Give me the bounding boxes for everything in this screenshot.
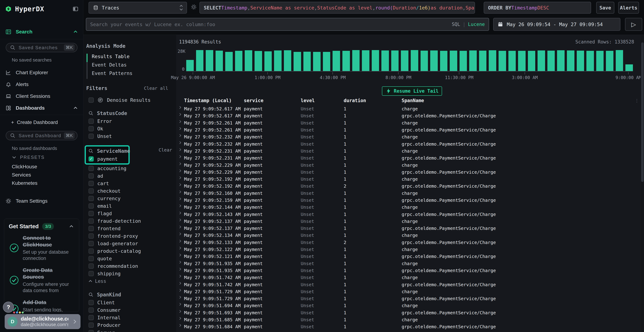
filter-item-flagd[interactable]: flagd: [83, 210, 176, 217]
date-range-picker[interactable]: May 26 09:09:54 - May 27 09:09:54: [493, 18, 620, 31]
checkbox[interactable]: [88, 241, 94, 246]
table-row[interactable]: May 27 9:09:51.685 AMpaymentUnset1charge: [176, 316, 641, 323]
checkbox[interactable]: [88, 181, 94, 186]
col-service[interactable]: service: [244, 98, 301, 105]
table-row[interactable]: May 27 9:09:51.935 AMpaymentUnset1grpc.o…: [176, 267, 641, 274]
filter-item-load-generator[interactable]: load-generator: [83, 240, 176, 247]
table-row[interactable]: May 27 9:09:52.232 AMpaymentUnset1grpc.o…: [176, 140, 641, 148]
col-duration[interactable]: duration: [344, 98, 402, 105]
checkbox[interactable]: [88, 196, 94, 201]
source-select[interactable]: Traces: [88, 2, 187, 14]
checkbox[interactable]: [88, 264, 94, 269]
resume-live-tail-button[interactable]: Resume Live Tail: [382, 86, 442, 96]
create-dashboard-button[interactable]: + Create Dashboard: [11, 118, 58, 127]
checkbox[interactable]: [88, 173, 94, 178]
help-button[interactable]: ?: [3, 302, 14, 313]
search-input[interactable]: Search your events w/ Lucene ex. column:…: [86, 18, 489, 31]
mode-lucene-toggle[interactable]: Lucene: [468, 22, 485, 27]
mode-results-table[interactable]: Results Table: [86, 54, 176, 62]
sidebar-item-chart-explorer[interactable]: Chart Explorer: [5, 68, 78, 77]
preset-clickhouse[interactable]: ClickHouse: [12, 164, 37, 170]
table-row[interactable]: May 27 9:09:52.160 AMpaymentUnset1charge: [176, 190, 641, 197]
checkbox[interactable]: [88, 134, 94, 139]
checkbox[interactable]: [88, 126, 94, 131]
filter-item-shipping[interactable]: shipping: [83, 270, 176, 277]
filter-item-email[interactable]: email: [83, 202, 176, 210]
order-by-input[interactable]: ORDER BY Timestamp DESC: [484, 2, 591, 14]
chevron-up-icon[interactable]: [68, 224, 74, 230]
table-row[interactable]: May 27 9:09:52.137 AMpaymentUnset1charge: [176, 218, 641, 225]
get-started-item-sources[interactable]: Create Data Sources Configure where your…: [4, 264, 79, 296]
preset-kubernetes[interactable]: Kubernetes: [12, 180, 38, 186]
sidebar-item-dashboards[interactable]: Dashboards: [5, 104, 78, 113]
collapse-sidebar-icon[interactable]: [72, 6, 78, 12]
alerts-button[interactable]: Alerts: [618, 2, 639, 14]
filter-item-quote[interactable]: quote: [83, 255, 176, 262]
show-less-toggle[interactable]: Less: [83, 277, 176, 285]
checkbox[interactable]: [88, 315, 94, 320]
checkbox[interactable]: ✓: [88, 156, 94, 162]
table-row[interactable]: May 27 9:09:52.122 AMpaymentUnset1charge: [176, 246, 641, 253]
table-row[interactable]: May 27 9:09:51.684 AMpaymentUnset1grpc.o…: [176, 323, 641, 330]
clear-all-filters-button[interactable]: Clear all: [144, 86, 168, 91]
table-row[interactable]: May 27 9:09:52.159 AMpaymentUnset1grpc.o…: [176, 197, 641, 204]
checkbox[interactable]: [88, 204, 94, 208]
filter-item-checkout[interactable]: checkout: [83, 187, 176, 194]
filter-item-recommendation[interactable]: recommendation: [83, 262, 176, 270]
filter-item-payment[interactable]: ✓payment: [86, 155, 128, 162]
table-row[interactable]: May 27 9:09:52.144 AMpaymentUnset1charge: [176, 204, 641, 211]
checkbox[interactable]: [88, 218, 94, 224]
checkbox[interactable]: [88, 271, 94, 276]
filter-item-Unset[interactable]: Unset: [83, 132, 176, 140]
filter-item-Ok[interactable]: Ok: [83, 125, 176, 132]
checkbox[interactable]: [88, 166, 94, 171]
table-row[interactable]: May 27 9:09:51.694 AMpaymentUnset1charge: [176, 302, 641, 309]
checkbox[interactable]: [88, 256, 94, 261]
sidebar-item-search[interactable]: Search: [5, 27, 78, 36]
sidebar-item-alerts[interactable]: Alerts: [5, 80, 78, 89]
filter-item-Client[interactable]: Client: [83, 299, 176, 306]
results-histogram[interactable]: 28K 0 May 26 9:00:00 AM1:00:00 PM4:30:00…: [176, 46, 633, 82]
user-menu[interactable]: D dale@clickhouse.com dale@clickhouse.co…: [5, 314, 80, 329]
filter-item-accounting[interactable]: accounting: [83, 164, 176, 172]
table-row[interactable]: May 27 9:09:52.231 AMpaymentUnset1charge: [176, 148, 641, 154]
scrollbar[interactable]: [641, 35, 644, 332]
filter-item-frontend[interactable]: frontend: [83, 225, 176, 232]
sidebar-item-client-sessions[interactable]: Client Sessions: [5, 92, 78, 101]
checkbox[interactable]: [88, 300, 94, 305]
table-row[interactable]: May 27 9:09:51.729 AMpaymentUnset1grpc.o…: [176, 295, 641, 302]
filter-item-cart[interactable]: cart: [83, 180, 176, 187]
filter-item-product-catalog[interactable]: product-catalog: [83, 247, 176, 255]
filter-item-ad[interactable]: ad: [83, 172, 176, 180]
filter-item-Error[interactable]: Error: [83, 117, 176, 125]
table-row[interactable]: May 27 9:09:52.133 AMpaymentUnset2grpc.o…: [176, 239, 641, 246]
table-row[interactable]: May 27 9:09:52.617 AMpaymentUnset1grpc.o…: [176, 112, 641, 119]
table-row[interactable]: May 27 9:09:52.134 AMpaymentUnset1charge: [176, 232, 641, 239]
table-row[interactable]: May 27 9:09:52.617 AMpaymentUnset1charge: [176, 105, 641, 112]
filter-item-Consumer[interactable]: Consumer: [83, 306, 176, 314]
table-row[interactable]: May 27 9:09:51.729 AMpaymentUnset1charge: [176, 288, 641, 295]
filter-item-Producer[interactable]: Producer: [83, 321, 176, 329]
table-row[interactable]: May 27 9:09:51.693 AMpaymentUnset1grpc.o…: [176, 309, 641, 316]
checkbox[interactable]: [88, 98, 94, 103]
run-query-button[interactable]: ▷: [625, 18, 642, 31]
table-options-icon[interactable]: ⋮: [635, 98, 639, 103]
filter-item-Server[interactable]: Server: [83, 329, 176, 332]
table-row[interactable]: May 27 9:09:51.935 AMpaymentUnset1charge: [176, 260, 641, 267]
filter-item-Internal[interactable]: Internal: [83, 314, 176, 321]
col-level[interactable]: level: [301, 98, 344, 105]
scrollbar-thumb[interactable]: [641, 42, 644, 182]
checkbox[interactable]: [88, 118, 94, 124]
select-clause-input[interactable]: SELECT Timestamp, ServiceName as service…: [200, 2, 475, 14]
col-timestamp[interactable]: Timestamp (Local): [184, 98, 244, 105]
sidebar-item-team-settings[interactable]: Team Settings: [5, 196, 78, 206]
filter-item-fraud-detection[interactable]: fraud-detection: [83, 217, 176, 225]
table-row[interactable]: May 27 9:09:51.742 AMpaymentUnset1grpc.o…: [176, 281, 641, 288]
source-settings-gear-icon[interactable]: [191, 4, 197, 10]
checkbox[interactable]: [88, 226, 94, 231]
clear-filter-button[interactable]: Clear: [159, 148, 172, 152]
get-started-item-connect[interactable]: Connect to ClickHouse Set up your databa…: [4, 232, 79, 264]
mode-event-patterns[interactable]: Event Patterns: [86, 70, 176, 79]
table-row[interactable]: May 27 9:09:52.137 AMpaymentUnset1grpc.o…: [176, 225, 641, 232]
col-spanname[interactable]: SpanName: [402, 98, 641, 105]
